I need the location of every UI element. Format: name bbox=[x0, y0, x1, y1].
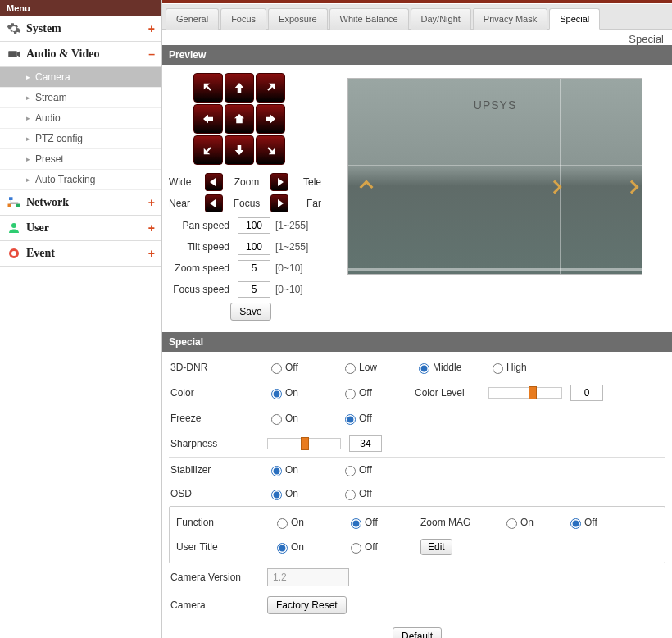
zoom-mag-off-option[interactable]: Off bbox=[566, 516, 615, 529]
sharpness-input[interactable] bbox=[349, 435, 382, 452]
menu-label: User bbox=[26, 221, 148, 235]
pan-speed-input[interactable] bbox=[238, 217, 270, 234]
ptz-down-left-button[interactable] bbox=[193, 135, 223, 165]
preview-body: Wide Zoom Tele Near Focus Far Pan speed bbox=[162, 65, 672, 332]
submenu-item-stream[interactable]: ▸ Stream bbox=[0, 88, 161, 108]
event-icon bbox=[7, 246, 21, 261]
submenu-label: PTZ config bbox=[35, 133, 83, 144]
focus-far-label: Far bbox=[293, 198, 321, 209]
user-title-label: User Title bbox=[175, 541, 273, 553]
submenu-item-camera[interactable]: ▸ Camera bbox=[0, 67, 161, 88]
color-on-option[interactable]: On bbox=[267, 386, 341, 399]
submenu-label: Audio bbox=[35, 112, 61, 124]
camera-label: Camera bbox=[169, 599, 267, 611]
function-on-option[interactable]: On bbox=[273, 516, 347, 529]
sharpness-slider[interactable] bbox=[267, 438, 341, 449]
ptz-down-button[interactable] bbox=[225, 135, 254, 165]
menu-category-user[interactable]: User + bbox=[0, 216, 161, 241]
focus-far-button[interactable] bbox=[270, 194, 288, 212]
user-icon bbox=[7, 221, 21, 235]
zoom-mag-label: Zoom MAG bbox=[420, 517, 494, 528]
color-level-input[interactable] bbox=[570, 385, 603, 401]
focus-near-button[interactable] bbox=[205, 194, 223, 212]
tab-exposure[interactable]: Exposure bbox=[268, 8, 327, 30]
expand-icon: + bbox=[148, 196, 155, 209]
color-level-slider[interactable] bbox=[488, 387, 562, 399]
network-icon bbox=[7, 195, 21, 210]
dnr-high-option[interactable]: High bbox=[488, 361, 562, 374]
function-off-option[interactable]: Off bbox=[347, 516, 420, 529]
ptz-down-right-button[interactable] bbox=[256, 135, 285, 165]
tab-privacy-mask[interactable]: Privacy Mask bbox=[473, 8, 547, 30]
camera-icon bbox=[7, 47, 21, 62]
submenu-item-auto-tracking[interactable]: ▸ Auto Tracking bbox=[0, 170, 161, 190]
submenu-audio-video: ▸ Camera ▸ Stream ▸ Audio ▸ PTZ config ▸… bbox=[0, 67, 161, 190]
ptz-home-button[interactable] bbox=[225, 104, 254, 134]
ptz-up-right-button[interactable] bbox=[256, 73, 285, 103]
osd-on-option[interactable]: On bbox=[267, 487, 341, 500]
zoom-label: Zoom bbox=[228, 176, 266, 188]
ptz-right-button[interactable] bbox=[256, 104, 285, 134]
tilt-speed-label: Tilt speed bbox=[169, 241, 233, 253]
menu-category-event[interactable]: Event + bbox=[0, 241, 161, 267]
expand-icon: + bbox=[148, 22, 155, 35]
svg-rect-0 bbox=[8, 51, 17, 57]
user-title-on-option[interactable]: On bbox=[273, 540, 347, 554]
tab-focus[interactable]: Focus bbox=[220, 8, 266, 30]
direction-pad bbox=[193, 73, 333, 165]
freeze-on-option[interactable]: On bbox=[267, 412, 341, 425]
freeze-off-option[interactable]: Off bbox=[341, 412, 415, 425]
stabilizer-off-option[interactable]: Off bbox=[341, 463, 415, 476]
camera-version-field bbox=[267, 568, 349, 586]
camera-version-label: Camera Version bbox=[169, 572, 267, 583]
zoom-speed-range: [0~10] bbox=[275, 262, 325, 274]
sharpness-label: Sharpness bbox=[169, 438, 267, 449]
tab-special[interactable]: Special bbox=[549, 8, 600, 30]
submenu-item-audio[interactable]: ▸ Audio bbox=[0, 108, 161, 129]
function-label: Function bbox=[175, 517, 273, 528]
zoom-speed-input[interactable] bbox=[238, 260, 270, 276]
zoom-tele-button[interactable] bbox=[270, 173, 288, 191]
focus-label: Focus bbox=[228, 198, 266, 209]
submenu-item-preset[interactable]: ▸ Preset bbox=[0, 149, 161, 170]
menu-category-network[interactable]: Network + bbox=[0, 190, 161, 216]
save-button[interactable]: Save bbox=[230, 303, 270, 321]
svg-point-8 bbox=[11, 223, 16, 228]
dnr-low-option[interactable]: Low bbox=[341, 361, 415, 374]
tab-bar: General Focus Exposure White Balance Day… bbox=[162, 4, 672, 30]
tilt-speed-input[interactable] bbox=[238, 239, 270, 255]
edit-button[interactable]: Edit bbox=[420, 539, 452, 555]
submenu-label: Auto Tracking bbox=[35, 174, 95, 185]
user-title-off-option[interactable]: Off bbox=[347, 540, 420, 554]
chevron-right-icon: ▸ bbox=[26, 114, 30, 122]
osd-off-option[interactable]: Off bbox=[341, 487, 415, 500]
tab-general[interactable]: General bbox=[166, 8, 219, 30]
chevron-right-icon: ▸ bbox=[26, 134, 30, 143]
tilt-speed-range: [1~255] bbox=[275, 241, 325, 253]
default-button[interactable]: Default bbox=[393, 627, 442, 638]
focus-speed-input[interactable] bbox=[238, 281, 270, 298]
factory-reset-button[interactable]: Factory Reset bbox=[267, 596, 347, 614]
ptz-up-left-button[interactable] bbox=[193, 73, 223, 103]
menu-label: System bbox=[26, 22, 148, 35]
menu-label: Network bbox=[26, 196, 148, 209]
video-watermark: UPSYS bbox=[474, 98, 516, 112]
submenu-label: Preset bbox=[35, 153, 64, 165]
submenu-item-ptz-config[interactable]: ▸ PTZ config bbox=[0, 129, 161, 149]
color-off-option[interactable]: Off bbox=[341, 386, 415, 399]
focus-near-label: Near bbox=[169, 198, 200, 209]
menu-category-system[interactable]: System + bbox=[0, 16, 161, 42]
menu-category-audio-video[interactable]: Audio & Video – bbox=[0, 42, 161, 67]
dnr-off-option[interactable]: Off bbox=[267, 361, 341, 374]
menu-label: Audio & Video bbox=[26, 48, 148, 61]
function-group: Function On Off Zoom MAG On Off User Tit… bbox=[169, 506, 665, 563]
dnr-middle-option[interactable]: Middle bbox=[415, 361, 488, 374]
zoom-wide-button[interactable] bbox=[205, 173, 223, 191]
stabilizer-on-option[interactable]: On bbox=[267, 463, 341, 476]
zoom-mag-on-option[interactable]: On bbox=[502, 516, 552, 529]
tab-white-balance[interactable]: White Balance bbox=[329, 8, 409, 30]
ptz-left-button[interactable] bbox=[193, 104, 223, 134]
tab-day-night[interactable]: Day/Night bbox=[411, 8, 471, 30]
zoom-tele-label: Tele bbox=[293, 176, 321, 188]
ptz-up-button[interactable] bbox=[225, 73, 254, 103]
